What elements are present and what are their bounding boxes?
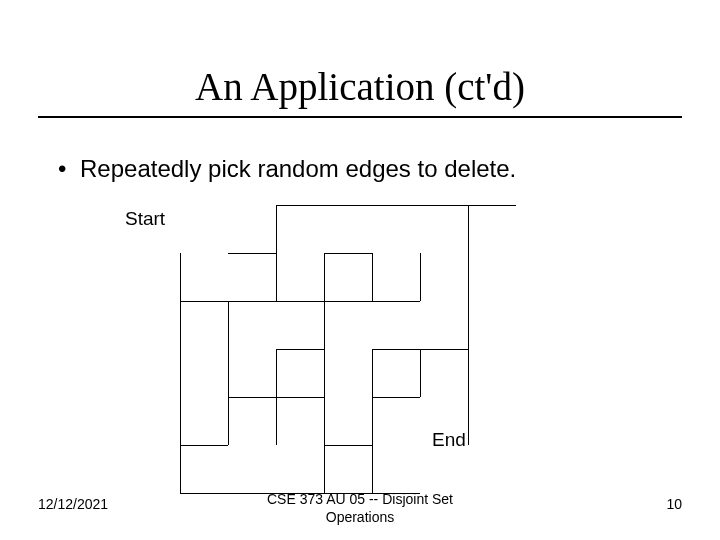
- maze-wall: [372, 397, 420, 398]
- maze-wall: [372, 253, 373, 301]
- maze-wall: [372, 349, 373, 493]
- maze-wall: [276, 349, 277, 445]
- footer-page-number: 10: [666, 496, 682, 512]
- maze-wall: [276, 205, 516, 206]
- maze-wall: [324, 445, 372, 446]
- bullet-marker-icon: •: [58, 155, 80, 184]
- maze-wall: [180, 445, 228, 446]
- footer-center-line1: CSE 373 AU 05 -- Disjoint Set: [267, 491, 453, 507]
- maze-wall: [468, 205, 469, 445]
- maze-wall: [228, 253, 276, 254]
- maze-wall: [324, 253, 372, 254]
- maze-wall: [420, 253, 421, 301]
- maze-wall: [276, 301, 420, 302]
- maze-wall: [276, 349, 324, 350]
- footer-center-line2: Operations: [326, 509, 394, 525]
- maze-wall: [180, 253, 181, 493]
- maze-wall: [228, 301, 229, 445]
- maze-wall: [324, 253, 325, 445]
- bullet-item: • Repeatedly pick random edges to delete…: [58, 155, 668, 184]
- maze-diagram: [180, 205, 468, 445]
- title-underline: [38, 116, 682, 118]
- maze-wall: [276, 205, 277, 301]
- start-label: Start: [125, 208, 165, 230]
- footer-center: CSE 373 AU 05 -- Disjoint Set Operations: [0, 491, 720, 526]
- slide: An Application (ct'd) • Repeatedly pick …: [0, 0, 720, 540]
- slide-title: An Application (ct'd): [0, 64, 720, 109]
- bullet-text: Repeatedly pick random edges to delete.: [80, 155, 516, 184]
- maze-wall: [420, 349, 421, 397]
- maze-wall: [324, 445, 325, 493]
